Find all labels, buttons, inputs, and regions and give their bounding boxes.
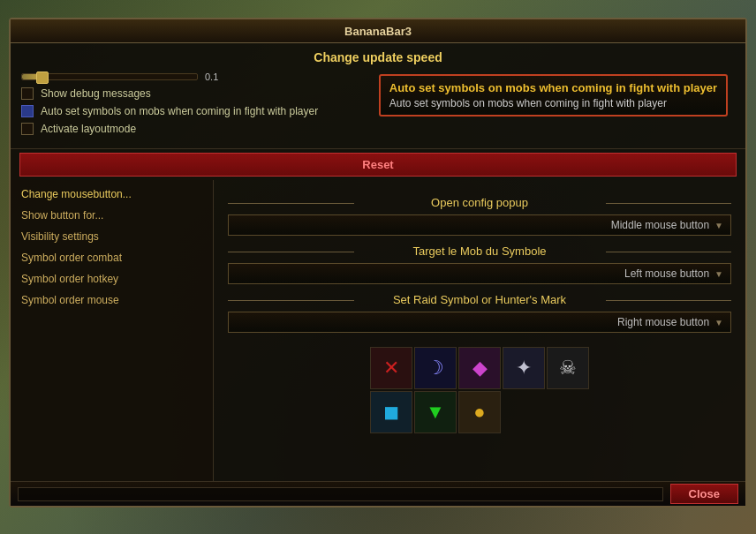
target-mob-value: Left mouse button (624, 267, 709, 280)
settings-section: Change update speed 0.1 Show debug messa… (11, 43, 745, 149)
symbol-diamond[interactable]: ◆ (458, 347, 501, 389)
symbol-star[interactable]: ✦ (503, 347, 545, 389)
title-bar: BananaBar3 (11, 19, 745, 43)
dropdown-arrow-3: ▼ (714, 318, 723, 327)
square-icon: ◼ (383, 401, 399, 424)
change-speed-title: Change update speed (21, 50, 735, 64)
close-button[interactable]: Close (670, 484, 738, 504)
section-title-raid: Set Raid Symbol or Hunter's Mark (228, 293, 731, 306)
dropdown-arrow-2: ▼ (714, 269, 723, 279)
symbol-square[interactable]: ◼ (370, 391, 412, 433)
symbol-skull[interactable]: ☠ (547, 347, 589, 389)
layout-checkbox[interactable] (21, 123, 34, 135)
config-popup-dropdown-row: Middle mouse button ▼ (228, 214, 731, 236)
raid-symbol-value: Right mouse button (617, 316, 709, 328)
triangle-icon: ▼ (426, 401, 445, 424)
window-title: BananaBar3 (344, 25, 412, 38)
sidebar-item-showbutton[interactable]: Show button for... (11, 205, 213, 226)
slider-value: 0.1 (205, 71, 218, 82)
cross-icon: ✕ (383, 357, 399, 380)
debug-label: Show debug messages (41, 87, 151, 100)
right-panel: Open config popup Middle mouse button ▼ … (214, 180, 745, 481)
sidebar-item-symbol-combat[interactable]: Symbol order combat (11, 247, 213, 268)
dropdown-arrow-1: ▼ (714, 221, 723, 230)
slider-thumb[interactable] (36, 71, 49, 84)
tooltip-popup: Auto set symbols on mobs when coming in … (379, 74, 728, 117)
skull-icon: ☠ (559, 357, 577, 380)
symbols-grid: ✕ ☽ ◆ ✦ ☠ ◼ (228, 347, 731, 433)
target-mob-dropdown[interactable]: Left mouse button ▼ (228, 263, 731, 284)
sidebar-item-symbol-mouse[interactable]: Symbol order mouse (11, 290, 213, 311)
symbol-cross[interactable]: ✕ (370, 347, 412, 389)
raid-symbol-dropdown[interactable]: Right mouse button ▼ (228, 312, 731, 333)
tooltip-title: Auto set symbols on mobs when coming in … (389, 81, 717, 94)
content-area: Change update speed 0.1 Show debug messa… (11, 43, 745, 481)
addon-window: BananaBar3 Change update speed 0.1 Show … (9, 18, 747, 508)
symbol-triangle[interactable]: ▼ (414, 391, 457, 433)
config-popup-value: Middle mouse button (611, 219, 709, 231)
debug-checkbox[interactable] (21, 87, 34, 100)
symbol-moon[interactable]: ☽ (414, 347, 457, 389)
raid-symbol-dropdown-row: Right mouse button ▼ (228, 312, 731, 333)
symbol-circle[interactable]: ● (458, 391, 501, 433)
main-panel: Change mousebutton... Show button for...… (11, 180, 745, 481)
target-mob-dropdown-row: Left mouse button ▼ (228, 263, 731, 284)
bottom-bar: Close (11, 481, 745, 506)
sidebar: Change mousebutton... Show button for...… (11, 180, 214, 481)
tooltip-description: Auto set symbols on mobs when coming in … (389, 97, 717, 109)
moon-icon: ☽ (427, 357, 444, 380)
status-bar (18, 487, 663, 501)
reset-button[interactable]: Reset (19, 153, 737, 177)
section-title-config: Open config popup (228, 196, 731, 209)
sidebar-item-symbol-hotkey[interactable]: Symbol order hotkey (11, 268, 213, 290)
sidebar-item-mousebutton[interactable]: Change mousebutton... (11, 184, 213, 205)
sidebar-item-visibility[interactable]: Visibility settings (11, 226, 213, 247)
autoset-label: Auto set symbols on mobs when coming in … (41, 105, 318, 117)
section-title-target: Target le Mob du Symbole (228, 244, 731, 258)
diamond-icon: ◆ (472, 357, 488, 380)
layout-label: Activate layoutmode (41, 123, 136, 135)
checkbox-layout: Activate layoutmode (21, 123, 735, 135)
star-icon: ✦ (516, 357, 532, 380)
autoset-checkbox[interactable] (21, 105, 34, 117)
config-popup-dropdown[interactable]: Middle mouse button ▼ (228, 214, 731, 236)
speed-slider[interactable] (21, 73, 198, 80)
circle-icon: ● (473, 401, 485, 424)
